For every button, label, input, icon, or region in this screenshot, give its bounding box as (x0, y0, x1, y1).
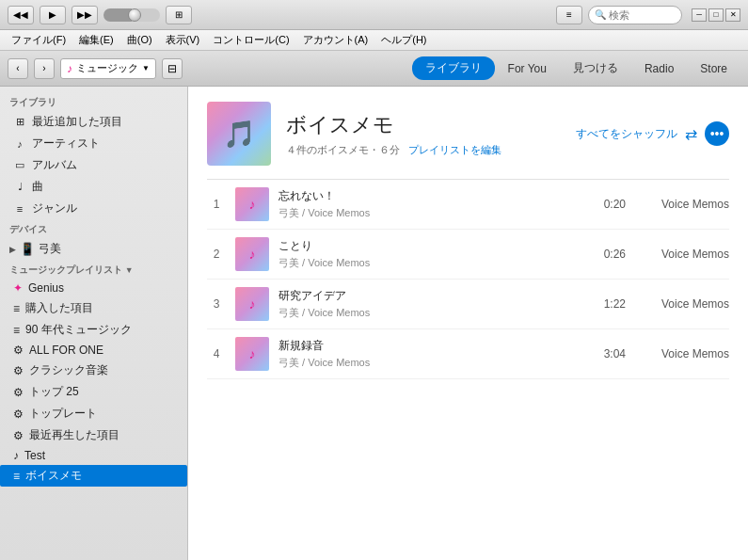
sidebar-item-all-for-one[interactable]: ⚙ ALL FOR ONE (0, 341, 187, 360)
sidebar-item-genius[interactable]: ✦ Genius (0, 279, 187, 297)
track-name: 新規録音 (279, 338, 569, 354)
grid-icon: ⊞ (13, 116, 26, 128)
source-label: ミュージック (76, 61, 138, 75)
track-album: Voice Memos (635, 297, 729, 311)
track-album: Voice Memos (635, 347, 729, 360)
sidebar-item-label: ボイスメモ (25, 468, 82, 484)
music-icon: ♪ (249, 247, 256, 262)
track-album: Voice Memos (635, 198, 729, 211)
close-button[interactable]: ✕ (725, 8, 740, 22)
view-options-button[interactable]: ⊟ (162, 58, 183, 79)
play-button[interactable]: ▶ (40, 6, 66, 24)
sidebar-item-label: 購入した項目 (25, 300, 93, 316)
track-artist: 弓美 / Voice Memos (279, 306, 569, 320)
content-area: 🎵 ボイスメモ ４件のボイスメモ・６分 プレイリストを編集 すべてをシャッフル … (188, 87, 748, 560)
track-number: 4 (207, 347, 226, 360)
sidebar-item-device-yumi[interactable]: ▶ 📱 弓美 (0, 238, 187, 260)
playlist-cover-art: 🎵 (207, 102, 271, 166)
genre-icon: ≡ (13, 203, 26, 215)
search-input[interactable] (609, 9, 675, 21)
table-row[interactable]: 2 ♪ ことり 弓美 / Voice Memos 0:26 Voice Memo… (207, 230, 729, 280)
sidebar-item-albums[interactable]: ▭ アルバム (0, 154, 187, 176)
playback-controls: ◀◀ ▶ ▶▶ ⊞ (8, 6, 192, 24)
track-thumbnail: ♪ (235, 287, 269, 321)
track-details: 忘れない！ 弓美 / Voice Memos (279, 188, 569, 220)
sidebar-devices-header: デバイス (0, 219, 187, 238)
tab-radio[interactable]: Radio (631, 58, 687, 79)
window-controls: ─ □ ✕ (692, 8, 740, 22)
more-options-button[interactable]: ••• (705, 121, 729, 146)
track-number: 3 (207, 297, 226, 311)
table-row[interactable]: 4 ♪ 新規録音 弓美 / Voice Memos 3:04 Voice Mem… (207, 329, 729, 379)
track-duration: 0:20 (579, 198, 626, 211)
sidebar-item-recently-played[interactable]: ⚙ 最近再生した項目 (0, 424, 187, 446)
track-album: Voice Memos (635, 248, 729, 261)
sidebar-item-90s[interactable]: ≡ 90 年代ミュージック (0, 319, 187, 341)
nav-tabs: ライブラリ For You 見つける Radio Store (412, 56, 740, 80)
sidebar-item-test[interactable]: ♪ Test (0, 446, 187, 465)
sidebar-item-label: ジャンル (32, 200, 77, 216)
sidebar-playlists-header: ミュージックプレイリスト ▼ (0, 260, 187, 279)
tab-discover[interactable]: 見つける (560, 56, 631, 80)
playlist-icon: ≡ (13, 302, 20, 315)
genius-icon: ✦ (13, 281, 23, 295)
album-icon: ▭ (13, 159, 26, 171)
main-layout: ライブラリ ⊞ 最近追加した項目 ♪ アーティスト ▭ アルバム ♩ 曲 ≡ ジ… (0, 87, 748, 560)
sidebar-item-label: アルバム (32, 157, 77, 173)
forward-button[interactable]: › (34, 58, 55, 79)
title-bar: ◀◀ ▶ ▶▶ ⊞ ≡ 🔍 ─ □ ✕ (0, 0, 748, 30)
sidebar-item-label: 曲 (32, 179, 43, 195)
playlist-note-icon: ♪ (13, 449, 19, 462)
music-source-selector[interactable]: ♪ ミュージック ▼ (60, 58, 156, 79)
tab-for-you[interactable]: For You (495, 58, 560, 79)
menu-item-h[interactable]: ヘルプ(H) (375, 31, 432, 49)
person-icon: ♪ (13, 138, 26, 150)
gear-icon: ⚙ (13, 344, 24, 357)
playlist-list-icon: ≡ (13, 470, 20, 483)
menu-item-v[interactable]: 表示(V) (160, 31, 206, 49)
sidebar-item-genres[interactable]: ≡ ジャンル (0, 198, 187, 219)
track-details: ことり 弓美 / Voice Memos (279, 238, 569, 270)
fast-forward-button[interactable]: ▶▶ (72, 6, 98, 24)
track-details: 研究アイデア 弓美 / Voice Memos (279, 288, 569, 320)
back-button[interactable]: ‹ (8, 58, 28, 79)
menu-item-o[interactable]: 曲(O) (121, 31, 158, 49)
track-name: 忘れない！ (279, 188, 569, 204)
sidebar-item-recently-added[interactable]: ⊞ 最近追加した項目 (0, 111, 187, 133)
menu-item-f[interactable]: ファイル(F) (6, 31, 72, 49)
title-bar-right: ≡ 🔍 ─ □ ✕ (556, 6, 740, 24)
playlist-title: ボイスメモ (286, 111, 561, 139)
maximize-button[interactable]: □ (708, 8, 724, 22)
list-view-button[interactable]: ≡ (556, 6, 582, 24)
sidebar-item-voice-memos[interactable]: ≡ ボイスメモ (0, 465, 187, 487)
minimize-button[interactable]: ─ (692, 8, 707, 22)
sidebar-item-artists[interactable]: ♪ アーティスト (0, 133, 187, 154)
menu-item-c[interactable]: コントロール(C) (207, 31, 294, 49)
music-note-large-icon: 🎵 (223, 119, 256, 150)
tab-library[interactable]: ライブラリ (412, 56, 495, 80)
sidebar-item-classic[interactable]: ⚙ クラシック音楽 (0, 360, 187, 381)
table-row[interactable]: 1 ♪ 忘れない！ 弓美 / Voice Memos 0:20 Voice Me… (207, 180, 729, 230)
menu-item-a[interactable]: アカウント(A) (297, 31, 374, 49)
menu-bar: ファイル(F)編集(E)曲(O)表示(V)コントロール(C)アカウント(A)ヘル… (0, 30, 748, 51)
track-artist: 弓美 / Voice Memos (279, 256, 569, 270)
track-artist: 弓美 / Voice Memos (279, 206, 569, 220)
search-box[interactable]: 🔍 (588, 6, 682, 24)
edit-playlist-link[interactable]: プレイリストを編集 (408, 144, 501, 155)
sidebar-item-top-rated[interactable]: ⚙ トップレート (0, 403, 187, 424)
track-thumbnail: ♪ (235, 187, 269, 221)
rewind-button[interactable]: ◀◀ (8, 6, 34, 24)
sidebar-item-purchased[interactable]: ≡ 購入した項目 (0, 297, 187, 319)
source-dropdown-icon: ▼ (142, 64, 150, 72)
airplay-button[interactable]: ⊞ (166, 6, 192, 24)
track-list: 1 ♪ 忘れない！ 弓美 / Voice Memos 0:20 Voice Me… (207, 179, 729, 379)
volume-slider[interactable] (103, 8, 160, 22)
menu-item-e[interactable]: 編集(E) (73, 31, 119, 49)
shuffle-icon: ⇄ (685, 125, 697, 143)
tab-store[interactable]: Store (687, 58, 740, 79)
shuffle-link[interactable]: すべてをシャッフル (576, 126, 677, 142)
table-row[interactable]: 3 ♪ 研究アイデア 弓美 / Voice Memos 1:22 Voice M… (207, 280, 729, 329)
sidebar-item-label: アーティスト (32, 136, 100, 152)
sidebar-item-top25[interactable]: ⚙ トップ 25 (0, 381, 187, 403)
sidebar-item-songs[interactable]: ♩ 曲 (0, 176, 187, 198)
